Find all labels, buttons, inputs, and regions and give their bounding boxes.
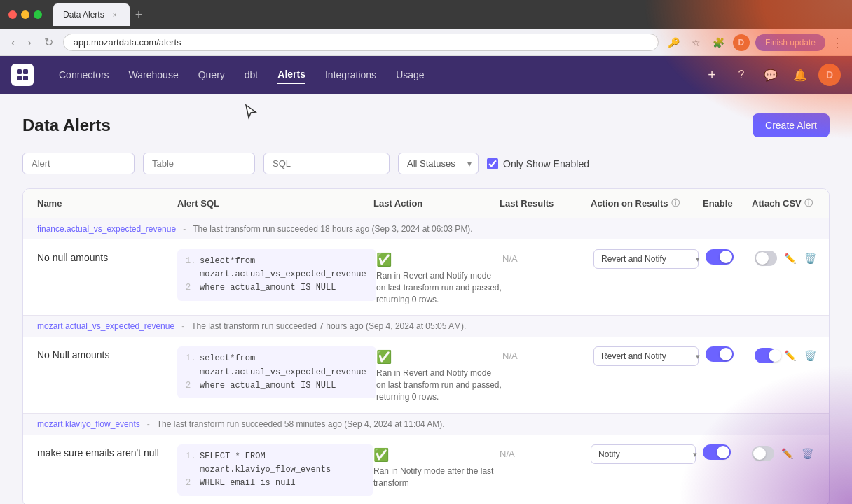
minimize-traffic-light[interactable] <box>21 10 29 19</box>
profile-icon[interactable]: D <box>733 34 750 51</box>
new-tab-button[interactable]: + <box>135 8 143 21</box>
delete-alert-button-0-0[interactable]: 🗑️ <box>803 249 818 267</box>
enable-toggle-1-0[interactable] <box>706 346 755 362</box>
nav-alerts[interactable]: Alerts <box>277 66 305 84</box>
th-name: Name <box>37 197 177 209</box>
check-icon: ✅ <box>373 447 500 463</box>
more-options-button[interactable]: ⋮ <box>831 35 844 50</box>
finish-update-button[interactable]: Finish update <box>755 34 825 51</box>
key-icon[interactable]: 🔑 <box>666 34 682 51</box>
delete-alert-button-2-0[interactable]: 🗑️ <box>800 444 815 463</box>
group-desc-1: The last transform run succeeded 7 hours… <box>191 321 466 331</box>
group-desc-2: The last transform run succeeded 58 minu… <box>157 419 445 429</box>
group-name-1[interactable]: mozart.actual_vs_expected_revenue <box>37 321 174 331</box>
nav-integrations[interactable]: Integrations <box>325 66 376 83</box>
last-results-1-0: N/A <box>502 346 593 362</box>
status-select[interactable]: All Statuses <box>398 153 479 174</box>
attach-csv-info-icon[interactable]: ⓘ <box>804 197 813 209</box>
action-select-1-0[interactable]: Revert and Notify Notify Revert <box>593 346 699 366</box>
help-icon[interactable]: ? <box>730 64 753 86</box>
extensions-icon[interactable]: 🧩 <box>710 34 727 51</box>
create-alert-button[interactable]: Create Alert <box>753 113 830 137</box>
table-row: No null amounts 1.select*from mozart.act… <box>23 239 829 315</box>
action-select-0-0[interactable]: Revert and Notify Notify Revert <box>593 249 699 269</box>
action-on-results-info-icon[interactable]: ⓘ <box>671 197 680 209</box>
delete-alert-button-1-0[interactable]: 🗑️ <box>803 346 818 365</box>
back-button[interactable]: ‹ <box>8 34 18 52</box>
active-tab[interactable]: Data Alerts × <box>53 4 130 26</box>
line-num: 2 <box>186 477 194 490</box>
action-select-wrapper-0-0: Revert and Notify Notify Revert ▾ <box>593 249 706 269</box>
alert-sql-2-0: 1.SELECT * FROM mozart.klaviyo_flow_even… <box>177 444 373 496</box>
plus-icon[interactable]: + <box>701 64 723 86</box>
group-sep-1: - <box>181 321 184 331</box>
last-results-2-0: N/A <box>500 444 591 460</box>
alert-name-1-0: No Null amounts <box>37 346 177 360</box>
action-select-2-0[interactable]: Notify Revert and Notify Revert <box>591 444 696 464</box>
table-row: No Null amounts 1.select*from mozart.act… <box>23 337 829 412</box>
star-icon[interactable]: ☆ <box>688 34 705 51</box>
tab-title: Data Alerts <box>63 10 104 20</box>
nav-connectors[interactable]: Connectors <box>59 66 109 83</box>
th-last-action: Last Action <box>373 197 500 209</box>
line-num: 2 <box>186 379 194 393</box>
nav-dbt[interactable]: dbt <box>245 66 258 83</box>
url-text: app.mozartdata.com/alerts <box>74 37 181 48</box>
toggle-slider <box>706 346 734 362</box>
address-actions: 🔑 ☆ 🧩 D Finish update ⋮ <box>666 34 844 51</box>
chat-icon[interactable]: 💬 <box>760 64 782 86</box>
group-sep-2: - <box>147 419 150 429</box>
action-desc-0-0: Ran in Revert and Notify mode on last tr… <box>376 270 502 305</box>
action-select-wrapper-2-0: Notify Revert and Notify Revert ▾ <box>591 444 703 464</box>
na-badge-1-0: N/A <box>502 351 518 361</box>
line-num: 1. <box>186 352 194 379</box>
toggle-slider <box>706 249 734 265</box>
code-text: WHERE email is null <box>200 477 296 490</box>
fullscreen-traffic-light[interactable] <box>34 10 42 19</box>
nav-warehouse[interactable]: Warehouse <box>129 66 179 83</box>
refresh-button[interactable]: ↻ <box>41 33 56 52</box>
table-header: Name Alert SQL Last Action Last Results … <box>23 189 829 218</box>
browser-chrome: Data Alerts × + <box>0 0 852 29</box>
nav-query[interactable]: Query <box>198 66 225 83</box>
close-traffic-light[interactable] <box>8 10 17 19</box>
alert-group-0: finance.actual_vs_expected_revenue - The… <box>23 218 829 316</box>
only-show-enabled-label[interactable]: Only Show Enabled <box>487 158 589 169</box>
edit-alert-button-0-0[interactable]: ✏️ <box>783 249 797 267</box>
code-text: where actual_amount IS NULL <box>200 379 336 393</box>
top-nav: Connectors Warehouse Query dbt Alerts In… <box>0 56 852 94</box>
group-sep-0: - <box>183 224 186 234</box>
enable-toggle-2-0[interactable] <box>703 444 752 460</box>
svg-rect-3 <box>23 76 28 80</box>
bell-icon[interactable]: 🔔 <box>789 64 811 86</box>
group-name-0[interactable]: finance.actual_vs_expected_revenue <box>37 224 176 234</box>
group-header-0: finance.actual_vs_expected_revenue - The… <box>23 218 829 239</box>
toggle-slider <box>755 251 777 266</box>
th-last-results: Last Results <box>500 197 591 209</box>
alert-filter-input[interactable] <box>22 153 135 174</box>
edit-alert-button-1-0[interactable]: ✏️ <box>783 346 797 365</box>
sql-filter-input[interactable] <box>263 153 390 174</box>
app-container: Connectors Warehouse Query dbt Alerts In… <box>0 56 852 504</box>
nav-usage[interactable]: Usage <box>396 66 424 83</box>
edit-alert-button-2-0[interactable]: ✏️ <box>780 444 795 463</box>
action-select-wrapper-1-0: Revert and Notify Notify Revert ▾ <box>593 346 706 366</box>
enable-toggle-0-0[interactable] <box>706 249 755 265</box>
last-results-0-0: N/A <box>502 249 593 265</box>
forward-button[interactable]: › <box>25 34 34 52</box>
attach-csv-cell-0-0: ✏️ 🗑️ <box>755 249 818 267</box>
group-name-2[interactable]: mozart.klaviyo_flow_events <box>37 419 140 429</box>
tab-close-button[interactable]: × <box>110 10 120 20</box>
main-content: Data Alerts Create Alert All Statuses On… <box>0 94 852 504</box>
only-show-enabled-text: Only Show Enabled <box>503 158 589 169</box>
logo[interactable] <box>11 64 34 86</box>
alert-sql-1-0: 1.select*from mozart.actual_vs_expected_… <box>177 346 376 398</box>
page-header: Data Alerts Create Alert <box>22 113 830 137</box>
only-show-enabled-checkbox[interactable] <box>487 158 498 169</box>
user-avatar[interactable]: D <box>818 64 841 86</box>
line-num: 1. <box>186 255 194 281</box>
finish-update-label: Finish update <box>765 38 816 48</box>
table-filter-input[interactable] <box>143 153 255 174</box>
group-desc-0: The last transform run succeeded 18 hour… <box>193 224 473 234</box>
url-bar[interactable]: app.mozartdata.com/alerts <box>63 34 659 51</box>
